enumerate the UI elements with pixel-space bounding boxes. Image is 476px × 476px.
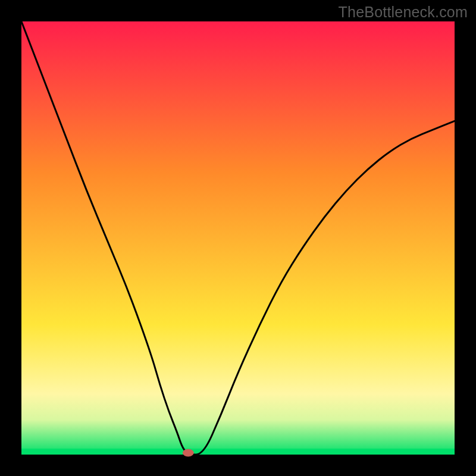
chart-frame: TheBottleneck.com — [0, 0, 476, 476]
chart-svg — [0, 0, 476, 476]
plot-background — [21, 21, 455, 455]
floor-strip — [21, 449, 455, 455]
watermark-label: TheBottleneck.com — [339, 4, 468, 21]
optimal-point-marker — [183, 449, 193, 456]
